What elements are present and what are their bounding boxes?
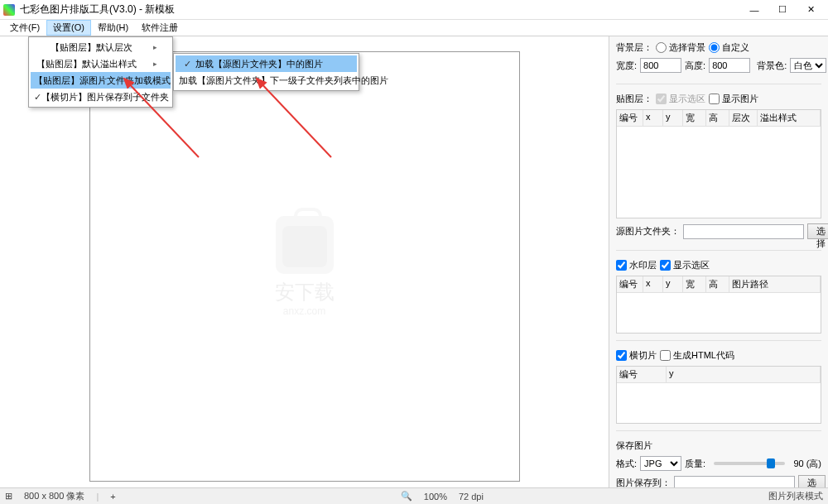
- layer-show-sel[interactable]: 显示选区: [656, 93, 705, 105]
- bg-color-label: 背景色:: [757, 60, 787, 72]
- side-panel: 背景层： 选择背景 自定义 宽度: 高度: 背景色: 白色 贴图层： 显示选区 …: [609, 36, 828, 487]
- save-path-browse[interactable]: 选择: [798, 475, 826, 487]
- submenu-load-folder[interactable]: ✓加载【源图片文件夹】中的图片: [176, 55, 357, 72]
- group-slice: 横切片 生成HTML代码 编号 y: [616, 349, 821, 431]
- check-icon: ✓: [34, 92, 41, 103]
- maximize-button[interactable]: ☐: [768, 1, 797, 19]
- group-save: 保存图片 格式: JPG 质量: 90 (高) 图片保存到： 选择 开始处理: [616, 439, 821, 487]
- save-q-label: 质量:: [685, 458, 705, 470]
- bg-width-label: 宽度:: [616, 60, 637, 72]
- bg-radio-select[interactable]: 选择背景: [656, 41, 705, 54]
- group-layer: 贴图层： 显示选区 显示图片 编号 x y 宽 高 层次 溢出样式 源图片文件夹…: [616, 93, 821, 251]
- save-path-input[interactable]: [674, 476, 795, 488]
- menu-help[interactable]: 帮助(H): [91, 20, 135, 36]
- menu-item-default-overflow[interactable]: 【贴图层】默认溢出样式▸: [31, 55, 171, 72]
- minimize-button[interactable]: —: [740, 1, 768, 19]
- status-zoom-icon[interactable]: 🔍: [401, 491, 412, 502]
- bg-width-input[interactable]: [640, 58, 681, 73]
- layer-table[interactable]: 编号 x y 宽 高 层次 溢出样式: [616, 109, 821, 218]
- quality-slider[interactable]: [714, 462, 785, 465]
- wm-enable[interactable]: 水印层: [616, 259, 657, 271]
- wm-show-sel[interactable]: 显示选区: [660, 259, 710, 271]
- status-dpi: 72 dpi: [459, 492, 484, 502]
- menu-file[interactable]: 文件(F): [3, 20, 46, 36]
- save-fmt-select[interactable]: JPG: [640, 456, 681, 471]
- status-plus-icon[interactable]: +: [110, 492, 115, 502]
- menu-item-load-mode[interactable]: 【贴图层】源图片文件夹加载模式▸: [31, 72, 171, 89]
- window-title: 七彩色图片排版工具(V3.0) - 新模板: [20, 2, 740, 17]
- src-folder-input[interactable]: [683, 224, 804, 239]
- bg-height-label: 高度:: [685, 60, 705, 72]
- save-q-value: 90 (高): [793, 458, 821, 470]
- menu-item-default-layer[interactable]: 【贴图层】默认层次▸: [31, 39, 171, 55]
- layer-show-img[interactable]: 显示图片: [709, 93, 758, 105]
- status-mode: 图片列表模式: [768, 490, 823, 502]
- bg-radio-custom[interactable]: 自定义: [709, 41, 749, 54]
- slice-enable[interactable]: 横切片: [616, 349, 657, 362]
- load-mode-submenu: ✓加载【源图片文件夹】中的图片 加载【源图片文件夹】下一级子文件夹列表中的图片: [173, 53, 359, 91]
- slice-table[interactable]: 编号 y: [616, 366, 821, 424]
- settings-menu: 【贴图层】默认层次▸ 【贴图层】默认溢出样式▸ 【贴图层】源图片文件夹加载模式▸…: [28, 36, 173, 108]
- menu-bar: 文件(F) 设置(O) 帮助(H) 软件注册: [0, 20, 828, 36]
- save-title: 保存图片: [616, 439, 652, 452]
- status-bar: ⊞ 800 x 800 像素 | + 🔍 100% 72 dpi 图片列表模式: [0, 487, 828, 504]
- menu-register[interactable]: 软件注册: [135, 20, 185, 36]
- bg-color-select[interactable]: 白色: [790, 58, 826, 73]
- slice-gen-html[interactable]: 生成HTML代码: [660, 349, 734, 362]
- group-watermark: 水印层 显示选区 编号 x y 宽 高 图片路径: [616, 259, 821, 341]
- bg-title: 背景层：: [616, 41, 652, 54]
- bg-height-input[interactable]: [709, 58, 750, 73]
- watermark-logo: 安下载 anxz.com: [275, 216, 335, 317]
- group-background: 背景层： 选择背景 自定义 宽度: 高度: 背景色: 白色: [616, 41, 821, 84]
- title-bar: 七彩色图片排版工具(V3.0) - 新模板 — ☐ ✕: [0, 0, 828, 20]
- status-dimensions: 800 x 800 像素: [24, 490, 84, 502]
- menu-item-save-subfolder[interactable]: ✓【横切片】图片保存到子文件夹: [31, 89, 171, 105]
- app-icon: [3, 4, 15, 16]
- canvas[interactable]: 安下载 anxz.com: [89, 51, 520, 482]
- menu-settings[interactable]: 设置(O): [46, 20, 91, 36]
- layer-title: 贴图层：: [616, 93, 652, 105]
- status-zoom: 100%: [424, 492, 447, 502]
- status-expand-icon[interactable]: ⊞: [5, 491, 12, 502]
- wm-table[interactable]: 编号 x y 宽 高 图片路径: [616, 276, 821, 334]
- save-path-label: 图片保存到：: [616, 477, 671, 487]
- submenu-load-subfolders[interactable]: 加载【源图片文件夹】下一级子文件夹列表中的图片: [176, 72, 357, 89]
- check-icon: ✓: [179, 59, 195, 70]
- save-fmt-label: 格式:: [616, 458, 637, 470]
- src-folder-label: 源图片文件夹：: [616, 225, 680, 238]
- close-button[interactable]: ✕: [797, 1, 825, 19]
- src-folder-browse[interactable]: 选择: [807, 223, 828, 239]
